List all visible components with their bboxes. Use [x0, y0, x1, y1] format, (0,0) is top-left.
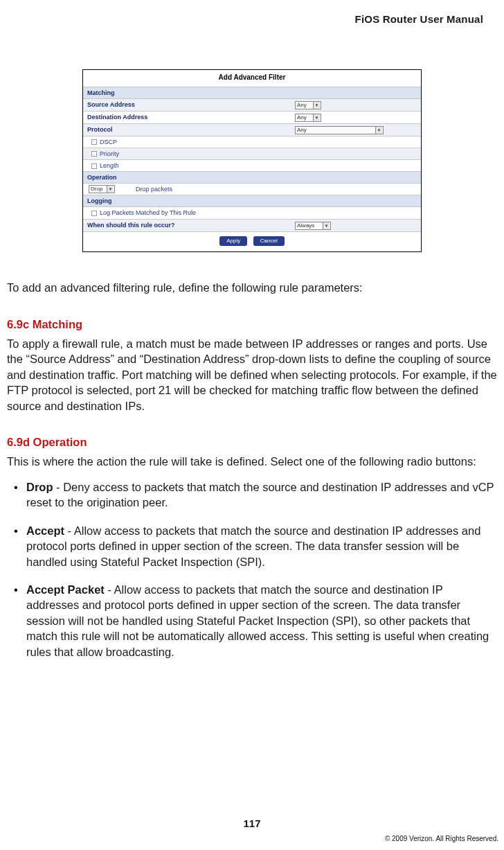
label-protocol: Protocol	[87, 125, 295, 134]
label-destination-address: Destination Address	[87, 113, 295, 121]
label-matching: Matching	[87, 89, 295, 97]
dropdown-operation[interactable]: Drop▼	[89, 185, 115, 193]
row-operation-header: Operation	[83, 171, 421, 183]
page: FiOS Router User Manual Add Advanced Fil…	[0, 0, 504, 850]
dropdown-label: Any	[297, 102, 307, 108]
dropdown-protocol[interactable]: Any▼	[295, 126, 384, 134]
heading-operation: 6.9d Operation	[7, 434, 497, 450]
dropdown-destination-address[interactable]: Any▼	[295, 114, 321, 122]
checkbox-priority[interactable]	[91, 151, 97, 157]
label-dscp: DSCP	[100, 139, 117, 145]
chevron-down-icon: ▼	[323, 222, 330, 229]
cancel-button[interactable]: Cancel	[253, 236, 285, 247]
row-when-occur: When should this rule occur? Always▼	[83, 219, 421, 231]
term-accept: Accept	[26, 524, 64, 537]
row-operation-value: Drop▼ Drop packets	[83, 183, 421, 195]
dropdown-label: Any	[297, 127, 307, 133]
checkbox-length[interactable]	[91, 163, 97, 169]
row-priority: Priority	[83, 148, 421, 159]
term-drop: Drop	[26, 481, 53, 493]
list-item: Accept Packet - Allow access to packets …	[12, 582, 498, 659]
apply-button[interactable]: Apply	[219, 236, 247, 247]
body-matching: To apply a firewall rule, a match must b…	[7, 336, 497, 414]
figure-wrap: Add Advanced Filter Matching Source Addr…	[6, 69, 498, 252]
advanced-filter-figure: Add Advanced Filter Matching Source Addr…	[82, 69, 422, 252]
dropdown-label: Drop	[91, 186, 102, 192]
row-destination-address: Destination Address Any▼	[83, 111, 421, 123]
label-when-occur: When should this rule occur?	[87, 221, 295, 229]
figure-title: Add Advanced Filter	[83, 70, 421, 87]
dropdown-source-address[interactable]: Any▼	[295, 101, 321, 109]
dropdown-when-occur[interactable]: Always▼	[295, 222, 331, 230]
list-item: Accept - Allow access to packets that ma…	[12, 523, 498, 569]
dropdown-label: Always	[297, 222, 314, 229]
heading-matching: 6.9c Matching	[7, 317, 497, 332]
chevron-down-icon: ▼	[107, 186, 114, 193]
checkbox-log-packets[interactable]	[91, 211, 97, 216]
chevron-down-icon: ▼	[375, 127, 382, 134]
row-logging-header: Logging	[83, 195, 421, 206]
desc-accept: - Allow access to packets that match the…	[26, 524, 480, 568]
label-drop-packets: Drop packets	[136, 185, 172, 193]
copyright: © 2009 Verizon. All Rights Reserved.	[385, 834, 498, 844]
page-number: 117	[0, 817, 504, 831]
checkbox-dscp[interactable]	[91, 139, 97, 145]
figure-footer: Apply Cancel	[83, 231, 421, 252]
operation-list: Drop - Deny access to packets that match…	[12, 479, 498, 659]
chevron-down-icon: ▼	[313, 114, 320, 121]
intro-text: To add an advanced filtering rule, defin…	[7, 280, 497, 295]
row-source-address: Source Address Any▼	[83, 98, 421, 111]
body-operation: This is where the action the rule will t…	[7, 454, 497, 469]
label-operation: Operation	[87, 173, 295, 181]
row-dscp: DSCP	[83, 136, 421, 148]
dropdown-label: Any	[297, 114, 307, 121]
row-protocol: Protocol Any▼	[83, 123, 421, 136]
list-item: Drop - Deny access to packets that match…	[12, 479, 498, 511]
row-length: Length	[83, 159, 421, 171]
label-logging: Logging	[87, 197, 295, 205]
header-title: FiOS Router User Manual	[355, 12, 483, 26]
row-matching-header: Matching	[83, 87, 421, 98]
label-length: Length	[100, 162, 119, 169]
row-logging-value: Log Packets Matched by This Rule	[83, 206, 421, 218]
label-log-packets: Log Packets Matched by This Rule	[100, 209, 196, 216]
label-priority: Priority	[100, 150, 119, 157]
chevron-down-icon: ▼	[313, 102, 320, 109]
content-area: Add Advanced Filter Matching Source Addr…	[6, 48, 498, 672]
term-accept-packet: Accept Packet	[26, 583, 105, 596]
desc-drop: - Deny access to packets that match the …	[26, 481, 494, 508]
label-source-address: Source Address	[87, 100, 295, 109]
